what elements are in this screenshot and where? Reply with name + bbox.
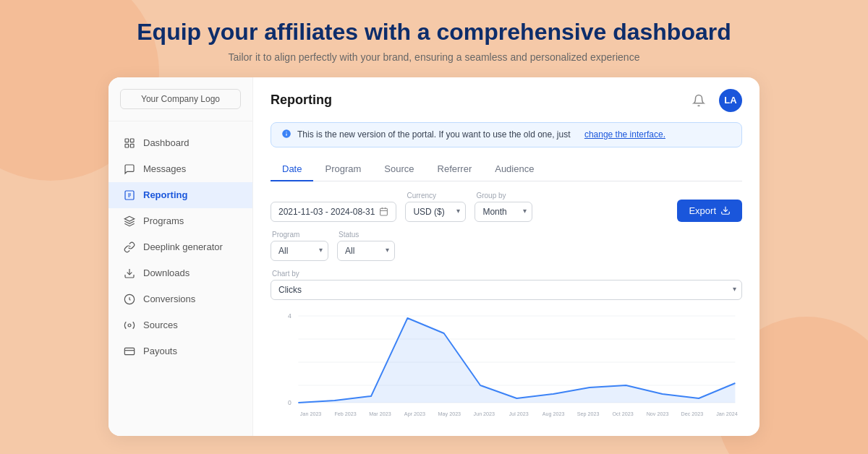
dashboard-card: Your Company Logo DashboardMessagesRepor… [109, 77, 760, 436]
payouts-icon [123, 345, 136, 358]
svg-text:Sep 2023: Sep 2023 [577, 410, 600, 416]
conversions-icon [123, 293, 136, 306]
chart-container: 4 0 Jan 2023 Feb 2023 Mar 2023 Apr 2023 … [271, 309, 742, 424]
svg-rect-0 [125, 139, 129, 142]
status-select[interactable]: All [337, 241, 395, 261]
svg-text:Aug 2023: Aug 2023 [542, 410, 565, 416]
logo-area: Your Company Logo [109, 89, 252, 121]
sidebar-item-programs[interactable]: Programs [109, 208, 252, 234]
nav-label-sources: Sources [143, 320, 178, 330]
svg-point-7 [128, 324, 131, 327]
svg-rect-1 [130, 139, 134, 142]
line-chart: 4 0 Jan 2023 Feb 2023 Mar 2023 Apr 2023 … [271, 309, 742, 424]
svg-text:Apr 2023: Apr 2023 [404, 410, 425, 416]
filters-row-1: 2021-11-03 - 2024-08-31 Currency USD ($)… [271, 192, 742, 222]
status-filter-group: Status All ▾ [337, 231, 395, 261]
svg-text:May 2023: May 2023 [438, 410, 461, 416]
nav-label-deeplink: Deeplink generator [143, 241, 223, 252]
sidebar-item-deeplink[interactable]: Deeplink generator [109, 234, 252, 260]
svg-rect-11 [380, 208, 388, 215]
export-icon [720, 205, 731, 215]
info-link[interactable]: change the interface. [584, 129, 665, 140]
sidebar-item-sources[interactable]: Sources [109, 312, 252, 338]
nav-label-conversions: Conversions [143, 294, 195, 304]
reporting-icon [123, 189, 136, 202]
currency-select[interactable]: USD ($) EUR (€) [405, 202, 466, 222]
date-range-value: 2021-11-03 - 2024-08-31 [278, 207, 375, 217]
top-bar: Reporting LA [271, 89, 742, 112]
currency-label: Currency [405, 192, 466, 200]
main-title: Equip your affiliates with a comprehensi… [137, 19, 731, 46]
info-icon [281, 129, 292, 141]
chart-by-group: Chart by Clicks Conversions Revenue ▾ [271, 270, 742, 300]
program-select[interactable]: All [271, 241, 328, 261]
svg-text:Jun 2023: Jun 2023 [474, 410, 495, 416]
svg-text:Jan 2024: Jan 2024 [716, 410, 738, 416]
nav-label-reporting: Reporting [143, 189, 187, 200]
notification-bell-icon[interactable] [687, 89, 710, 112]
svg-text:Feb 2023: Feb 2023 [334, 410, 356, 416]
nav-label-messages: Messages [143, 163, 186, 174]
programs-icon [123, 215, 136, 228]
svg-text:Nov 2023: Nov 2023 [647, 410, 669, 416]
sidebar-item-dashboard[interactable]: Dashboard [109, 130, 252, 156]
svg-text:Oct 2023: Oct 2023 [613, 410, 634, 416]
chart-by-row: Chart by Clicks Conversions Revenue ▾ [271, 270, 742, 300]
tab-source[interactable]: Source [373, 158, 425, 181]
nav-label-programs: Programs [143, 215, 184, 226]
currency-filter-group: Currency USD ($) EUR (€) ▾ [405, 192, 466, 222]
date-range-input[interactable]: 2021-11-03 - 2024-08-31 [271, 202, 396, 222]
svg-text:0: 0 [288, 398, 292, 406]
program-filter-group: Program All ▾ [271, 231, 328, 261]
export-button[interactable]: Export [677, 200, 742, 222]
group-by-select[interactable]: Month Week Day [475, 202, 532, 222]
nav-label-downloads: Downloads [143, 267, 190, 278]
status-label: Status [337, 231, 395, 239]
group-by-filter-group: Group by Month Week Day ▾ [475, 192, 532, 222]
tab-referrer[interactable]: Referrer [426, 158, 484, 181]
svg-rect-2 [125, 144, 129, 147]
info-banner: This is the new version of the portal. I… [271, 122, 742, 147]
svg-text:Mar 2023: Mar 2023 [369, 410, 391, 416]
nav-list: DashboardMessagesReportingProgramsDeepli… [109, 121, 252, 373]
export-label: Export [689, 205, 716, 216]
svg-rect-3 [130, 144, 134, 147]
tab-date[interactable]: Date [271, 158, 313, 181]
sources-icon [123, 319, 136, 332]
sidebar: Your Company Logo DashboardMessagesRepor… [109, 77, 253, 436]
group-by-label: Group by [475, 192, 532, 200]
svg-text:Jan 2023: Jan 2023 [300, 410, 322, 416]
sidebar-item-conversions[interactable]: Conversions [109, 286, 252, 312]
tabs: DateProgramSourceReferrerAudience [271, 158, 742, 181]
sidebar-item-payouts[interactable]: Payouts [109, 338, 252, 364]
svg-text:Jul 2023: Jul 2023 [509, 410, 529, 416]
deeplink-icon [123, 241, 136, 254]
nav-label-dashboard: Dashboard [143, 137, 190, 148]
sub-title: Tailor it to align perfectly with your b… [137, 51, 731, 63]
downloads-icon [123, 267, 136, 280]
hero-header: Equip your affiliates with a comprehensi… [137, 19, 731, 63]
svg-text:Dec 2023: Dec 2023 [681, 410, 704, 416]
avatar: LA [719, 89, 742, 112]
company-logo: Your Company Logo [120, 89, 241, 109]
nav-label-payouts: Payouts [143, 346, 177, 356]
chart-by-select[interactable]: Clicks Conversions Revenue [271, 280, 742, 300]
chart-by-label: Chart by [271, 270, 742, 278]
program-label: Program [271, 231, 328, 239]
main-content: Reporting LA This is the new version of … [253, 77, 760, 436]
page-title: Reporting [271, 93, 332, 108]
svg-text:4: 4 [288, 312, 292, 319]
filters-row-2: Program All ▾ Status All ▾ [271, 231, 742, 261]
svg-rect-8 [124, 348, 134, 354]
date-filter-group: 2021-11-03 - 2024-08-31 [271, 202, 396, 222]
top-bar-right: LA [687, 89, 742, 112]
tab-program[interactable]: Program [313, 158, 373, 181]
dashboard-icon [123, 137, 136, 150]
tab-audience[interactable]: Audience [483, 158, 545, 181]
sidebar-item-messages[interactable]: Messages [109, 156, 252, 182]
sidebar-item-downloads[interactable]: Downloads [109, 260, 252, 286]
messages-icon [123, 163, 136, 176]
info-text: This is the new version of the portal. I… [297, 129, 571, 140]
sidebar-item-reporting[interactable]: Reporting [109, 182, 252, 208]
